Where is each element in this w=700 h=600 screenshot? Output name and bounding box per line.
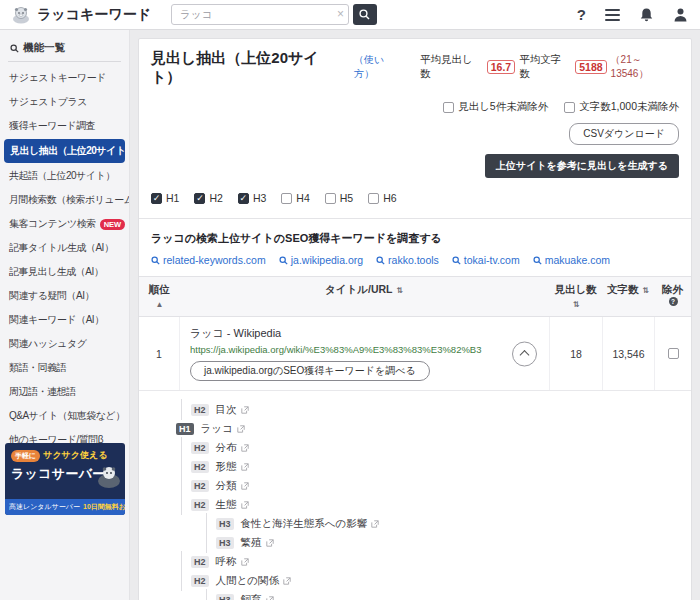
app-logo[interactable]: ラッコキーワード	[12, 6, 151, 24]
ad-footer-left: 高速レンタルサーバー	[9, 502, 80, 512]
headings-count-cell: 18	[549, 317, 602, 390]
sidebar-item[interactable]: 月間検索数（検索ボリューム）	[0, 188, 129, 212]
user-account-icon[interactable]	[673, 7, 688, 23]
section-divider	[139, 218, 691, 219]
column-header-chars-count[interactable]: 文字数 ⇅	[602, 277, 654, 316]
sidebar-item-label: サジェストプラス	[9, 95, 87, 109]
exclude-low-chars-checkbox[interactable]: 文字数1,000未満除外	[564, 100, 679, 114]
sidebar-item[interactable]: 関連ハッシュタグ	[0, 332, 129, 356]
sidebar-item[interactable]: サジェストキーワード	[0, 66, 129, 90]
ad-otter-icon	[96, 465, 122, 489]
column-header-title-url[interactable]: タイトル/URL ⇅	[179, 277, 549, 316]
clear-search-icon[interactable]: ×	[337, 7, 344, 21]
external-link-icon	[283, 577, 291, 585]
page-title: 見出し抽出（上位20サイト）	[151, 49, 348, 87]
heading-link[interactable]: 生態	[216, 498, 249, 512]
collapse-button[interactable]	[512, 341, 537, 366]
search-input[interactable]	[171, 4, 349, 25]
title-cell: ラッコ - Wikipedia https://ja.wikipedia.org…	[179, 317, 549, 390]
sort-asc-icon: ▲	[156, 300, 164, 309]
usage-link[interactable]: （使い方）	[354, 53, 404, 81]
header-actions: ?	[577, 6, 688, 23]
external-link-icon	[241, 406, 249, 414]
sidebar-item[interactable]: 見出し抽出（上位20サイト）	[4, 139, 125, 163]
chars-count-cell: 13,546	[602, 317, 654, 390]
external-link-icon	[266, 596, 274, 600]
heading-link[interactable]: 形態	[216, 460, 249, 474]
heading-level-checkbox[interactable]: H6	[368, 192, 396, 204]
heading-level-filters: H1 H2 H3 H4 H5 H6	[151, 192, 679, 204]
exclude-cell	[654, 317, 691, 390]
heading-level-checkbox[interactable]: H1	[151, 192, 179, 204]
research-site-link[interactable]: related-keywords.com	[151, 254, 266, 266]
sidebar-item[interactable]: サジェストプラス	[0, 90, 129, 114]
sidebar-item[interactable]: 共起語（上位20サイト）	[0, 164, 129, 188]
heading-link[interactable]: 分類	[216, 479, 249, 493]
heading-link[interactable]: 目次	[216, 403, 249, 417]
sidebar-item-label: 集客コンテンツ検索	[9, 217, 96, 231]
column-header-headings-count[interactable]: 見出し数 ⇅	[549, 277, 602, 316]
checkbox-icon	[564, 102, 575, 113]
main-panel: 見出し抽出（上位20サイト） （使い方） 平均見出し数 16.7 平均文字数 5…	[138, 38, 692, 600]
sidebar-item[interactable]: 類語・同義語	[0, 356, 129, 380]
column-header-exclude[interactable]: 除外?	[654, 277, 691, 316]
heading-tree-row: H3 食性と海洋生態系への影響	[176, 514, 691, 533]
heading-link[interactable]: 分布	[216, 441, 249, 455]
heading-link[interactable]: 呼称	[216, 555, 249, 569]
heading-level-checkbox[interactable]: H4	[281, 192, 309, 204]
research-site-link[interactable]: makuake.com	[533, 254, 610, 266]
sidebar-item[interactable]: 周辺語・連想語	[0, 380, 129, 404]
exclude-checkbox[interactable]	[668, 348, 679, 359]
heading-link[interactable]: 食性と海洋生態系への影響	[241, 517, 380, 531]
research-site-link[interactable]: ja.wikipedia.org	[279, 254, 363, 266]
external-link-icon	[241, 501, 249, 509]
rank-cell: 1	[139, 317, 179, 390]
research-links: related-keywords.com ja.wikipedia.org	[151, 254, 679, 266]
heading-link[interactable]: 飼育	[241, 593, 274, 600]
sidebar-item[interactable]: 集客コンテンツ検索 NEW	[0, 212, 129, 236]
help-icon[interactable]: ?	[577, 6, 586, 23]
sidebar-item[interactable]: 記事見出し生成（AI）	[0, 260, 129, 284]
heading-level-badge: H2	[191, 442, 209, 454]
sidebar-item-label: Q&Aサイト（知恵袋など）	[9, 409, 125, 423]
external-link-icon	[266, 539, 274, 547]
rakko-server-ad-banner[interactable]: 手軽に サクサク使える ラッコサーバー 高速レンタルサーバー 10日間無料お試し	[5, 443, 125, 515]
sidebar-item[interactable]: 関連する疑問（AI）	[0, 284, 129, 308]
notifications-bell-icon[interactable]	[639, 7, 654, 23]
menu-icon[interactable]	[605, 9, 620, 21]
heading-tree-row: H2 形態	[176, 457, 691, 476]
heading-level-checkbox[interactable]: H5	[325, 192, 353, 204]
csv-download-button[interactable]: CSVダウンロード	[569, 123, 679, 145]
generate-headings-button[interactable]: 上位サイトを参考に見出しを生成する	[485, 154, 679, 178]
sort-icon: ⇅	[642, 286, 649, 295]
checkbox-icon	[368, 193, 379, 204]
search-icon	[452, 256, 461, 265]
heading-level-badge: H1	[176, 423, 194, 435]
ad-tagline: サクサク使える	[43, 449, 107, 462]
heading-level-label: H6	[383, 192, 396, 204]
heading-link[interactable]: 繁殖	[241, 536, 274, 550]
sidebar-item-label: 周辺語・連想語	[9, 385, 76, 399]
sidebar-item[interactable]: 獲得キーワード調査	[0, 114, 129, 138]
sidebar-item-label: 類語・同義語	[9, 361, 66, 375]
seo-keywords-button[interactable]: ja.wikipedia.orgのSEO獲得キーワードを調べる	[190, 361, 430, 381]
research-site-link[interactable]: tokai-tv.com	[452, 254, 520, 266]
search-button[interactable]	[353, 4, 377, 25]
heading-level-checkbox[interactable]: H3	[238, 192, 266, 204]
info-icon[interactable]: ?	[669, 297, 678, 306]
heading-level-checkbox[interactable]: H2	[194, 192, 222, 204]
exclude-few-headings-checkbox[interactable]: 見出し5件未満除外	[443, 100, 548, 114]
heading-link[interactable]: ラッコ	[201, 422, 245, 436]
sidebar-item[interactable]: Q&Aサイト（知恵袋など）	[0, 404, 129, 428]
sidebar-item[interactable]: 記事タイトル生成（AI）	[0, 236, 129, 260]
heading-level-label: H5	[340, 192, 353, 204]
exclude-low-chars-label: 文字数1,000未満除外	[579, 100, 679, 114]
checkbox-icon	[151, 193, 162, 204]
sidebar-item-label: 関連キーワード（AI）	[9, 313, 104, 327]
research-site-link[interactable]: rakko.tools	[376, 254, 439, 266]
exclude-few-headings-label: 見出し5件未満除外	[458, 100, 548, 114]
column-header-rank[interactable]: 順位 ▲	[139, 277, 179, 316]
avg-chars-label: 平均文字数	[519, 53, 571, 81]
sidebar-item[interactable]: 関連キーワード（AI）	[0, 308, 129, 332]
heading-link[interactable]: 人間との関係	[216, 574, 292, 588]
